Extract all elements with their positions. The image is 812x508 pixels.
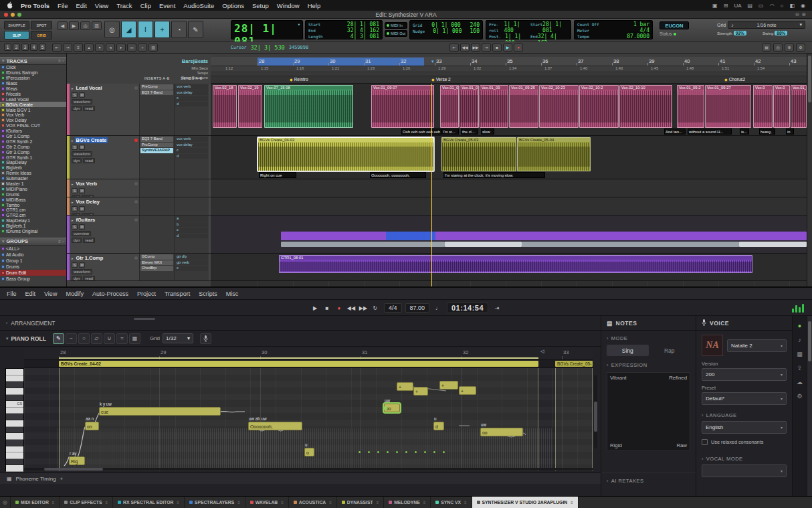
audio-clip[interactable]: Vox.01_09-2 [677,85,704,128]
mute-button[interactable]: M [79,206,85,211]
window-corner-icons[interactable]: ⊖⊕ [795,11,808,17]
record-button[interactable]: ● [514,44,523,52]
menu-item[interactable]: Pro Tools [21,2,49,9]
memory-location-button[interactable]: 5 [39,44,46,51]
zoom-tool[interactable]: ◎ [104,21,120,38]
time-display[interactable]: 01:14:54 [447,303,488,313]
audio-clip[interactable]: Vox.01_0 [791,85,807,128]
play-button[interactable]: ▶ [503,44,512,52]
stop-button[interactable]: ■ [322,303,332,313]
piano-key[interactable] [6,420,23,427]
grabber-tool[interactable]: + [155,21,170,38]
lane-vox-delay[interactable] [211,197,807,216]
piano-roll-note[interactable]: aa n on [85,422,99,430]
overview-segment[interactable] [445,242,522,247]
CLIP EFFECTS[interactable]: CLIP EFFECTS ≡ [60,497,113,508]
piano-roll-grid[interactable]: r ay Rig aa n on k y uw cue uw ah u [24,368,593,471]
menu-item[interactable]: Track [116,2,132,9]
note-lyric[interactable]: Rig [71,459,78,464]
ruler-label-bars-beats[interactable]: Bars|Beats [182,58,208,64]
synthv-menu-item[interactable]: Scripts [199,290,217,297]
SHUFFLE[interactable]: SHUFFLE [4,21,29,29]
scrollbar-thumb[interactable] [808,321,811,361]
track-header[interactable]: ▸fGuitars SM overview dynread abcd [67,216,211,254]
grid-value-selector[interactable]: Grid ♪1/16 note▾ [717,21,805,29]
marker[interactable]: ◆Reintro [290,77,308,82]
panel-scrollbar[interactable] [807,316,812,496]
piano-key[interactable] [6,369,23,375]
ai-retakes-header[interactable]: ›AI RETAKES [601,473,696,486]
audio-clip[interactable]: Vox.02_10-23 [539,85,579,128]
menu-item[interactable]: Window [277,2,300,9]
minsec-ruler[interactable]: 1:121:151:181:211:231:261:291:321:341:37… [211,66,807,72]
phoneme-timing-label[interactable]: Phoneme Timing [16,476,56,482]
piano-key[interactable] [6,446,23,453]
track-lanes[interactable]: Vox.02_18Vox.02_19Vox.07_15-08Vox.01_09-… [211,84,807,286]
expression-pad[interactable]: Vibrant Refined Rigid Raw [607,372,690,451]
track-name[interactable]: Lead Vocal [75,85,104,91]
track-arrow-icon[interactable]: ▸ [72,218,74,222]
track-list-item[interactable]: SlapDelay.1 [0,218,66,224]
track-view-selector[interactable]: overview [72,231,91,236]
go-to-end-button[interactable]: ⇥ [482,44,491,52]
zoom-icon[interactable] [17,13,21,17]
battery-icon[interactable]: ▭ [758,3,764,9]
ara-clip-header[interactable]: BGVs Create_04-02 [59,361,538,367]
forward-button[interactable]: ▶▶ [471,44,480,52]
track-list-item[interactable]: Master 1 [0,181,66,187]
audio-clip[interactable]: Vox.02_10-2 [579,85,619,128]
piano-roll-note[interactable]: + [413,387,428,396]
language-section-header[interactable]: ›LANGUAGE [696,408,792,420]
track-arrow-icon[interactable]: ▸ [72,139,74,143]
note-phonemes[interactable]: uw [385,398,390,403]
synthv-menu-item[interactable]: Modify [66,290,84,297]
piano-roll-note[interactable]: k y uw cue [99,407,221,416]
tempo-meter-display[interactable]: Count Off1 barMeter4/4Tempo87.0000 [574,20,653,39]
track-list-item[interactable]: fDrums Original [0,229,66,234]
grid-nudge-display[interactable]: Grid0| 1| 000240Nudge0| 1| 000160 [409,20,483,39]
lasso-tool[interactable]: ○ [78,333,90,344]
group-list-item[interactable]: <ALL> [0,246,66,252]
solo-button[interactable]: S [72,188,78,193]
mute-button[interactable]: M [79,262,85,268]
pitch-draw-tool[interactable]: ~ [66,333,77,344]
piano-roll-ruler[interactable]: 282930313233 ◁ [24,347,593,360]
scrub-tool[interactable]: ◔ [171,21,187,38]
phoneme-timing-bar[interactable]: ▦ Phoneme Timing + [0,473,601,484]
export-rail-icon[interactable]: ⇪ [797,365,803,371]
track-list-item[interactable]: fDrums Swingin [0,70,66,76]
menu-item[interactable]: AudioSuite [183,2,214,9]
toolbar-icon-button[interactable]: ▥ [148,44,158,52]
eucon-badge[interactable]: EUCON [659,21,689,29]
stop-button[interactable]: ■ [492,44,502,52]
display-icon[interactable]: ▣ [712,3,718,9]
track-list-item[interactable]: MIDIBass [0,197,66,202]
audio-clip[interactable]: Vox.01_09-25 [509,85,538,128]
send-slot[interactable]: vox verb [175,137,208,142]
automation-mode-selector[interactable]: read [83,276,95,281]
audio-clip[interactable]: Vox.01_06 [440,85,459,128]
counter-unit-chevron-icon[interactable]: ▾ [298,22,300,27]
track-list-item[interactable]: fKeys [0,86,66,92]
solo-button[interactable]: S [72,224,78,230]
metronome-icon[interactable]: ♩ [433,303,443,313]
insert-slot[interactable]: SynthVE3ARAP [140,148,173,153]
toolbar-icon-button[interactable]: ⇥ [63,44,72,52]
solo-button[interactable]: S [72,92,78,98]
panel-layout-icon[interactable]: ▦ [129,333,140,344]
voice-select[interactable]: Natalie 2▾ [727,339,787,352]
track-list-item[interactable]: GTR Synth 1 [0,155,66,160]
list-menu-icon[interactable]: ≡ ○ [58,59,64,63]
loop-button[interactable]: ↻ [370,303,381,313]
track-list-item[interactable]: MIDIPiano [0,186,66,191]
note-lyric[interactable]: cue [101,410,108,414]
send-slot[interactable]: d [175,102,208,107]
track-list-item[interactable]: Click [0,65,66,70]
piano-key[interactable] [6,433,23,440]
menu-item[interactable]: Help [308,2,321,9]
overview-segment[interactable] [386,232,435,240]
menu-item[interactable]: File [58,2,68,9]
synthv-menu-item[interactable]: View [44,290,57,297]
piano-key[interactable] [6,459,23,466]
audio-clip[interactable]: Vox.02_18 [213,85,237,128]
